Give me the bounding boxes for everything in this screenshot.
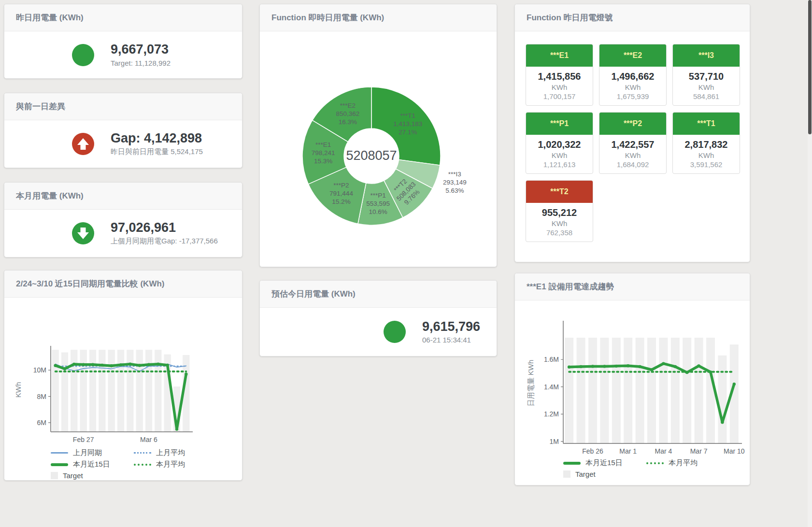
comparison-line-bar-chart[interactable]: 6M8M10MFeb 27Mar 6KWh <box>8 321 240 445</box>
card-month-usage: 本月用電量 (KWh) 97,026,961 上個月同期用電Gap: -17,3… <box>4 182 242 257</box>
target-bar <box>89 350 96 432</box>
legend-item[interactable]: 本月近15日 <box>563 458 646 468</box>
down-arrow-icon <box>72 222 94 244</box>
light-tile: ***P1 1,020,322 KWh 1,121,613 <box>526 112 593 174</box>
tile-value: 1,496,662 <box>601 71 664 82</box>
svg-text:Mar 7: Mar 7 <box>690 447 708 455</box>
legend-item[interactable]: 上月平均 <box>134 448 217 457</box>
tile-target: 1,121,613 <box>528 160 591 169</box>
target-bar <box>565 338 573 443</box>
tile-label: ***P1 <box>526 113 593 135</box>
card-title: ***E1 設備用電達成趨勢 <box>515 273 750 300</box>
target-bar <box>117 350 124 432</box>
tile-target: 762,358 <box>528 228 591 237</box>
target-bar <box>695 338 703 443</box>
svg-text:***I3: ***I3 <box>448 171 461 178</box>
card-realtime-donut: Function 即時日用電量 (KWh) ***T11,413,18327.1… <box>259 4 497 267</box>
legend-item[interactable]: 上月同期 <box>51 448 134 457</box>
tile-target: 1,675,939 <box>601 92 664 100</box>
card-title: 2/24~3/10 近15日同期用電量比較 (KWh) <box>4 271 242 298</box>
target-bar <box>136 350 143 432</box>
svg-text:***P2: ***P2 <box>333 182 349 189</box>
svg-text:Mar 4: Mar 4 <box>655 447 672 455</box>
svg-text:Feb 26: Feb 26 <box>582 447 603 455</box>
target-bar <box>600 338 609 443</box>
svg-text:791,444: 791,444 <box>329 190 353 197</box>
green-line-swatch <box>51 463 68 466</box>
tile-label: ***T1 <box>673 113 740 135</box>
status-circle-icon <box>72 44 94 66</box>
tile-unit: KWh <box>528 83 591 91</box>
svg-text:6M: 6M <box>37 419 46 427</box>
target-bar <box>624 338 632 443</box>
card-title: 本月用電量 (KWh) <box>4 183 242 210</box>
svg-text:293,149: 293,149 <box>443 179 467 186</box>
svg-text:27.1%: 27.1% <box>399 128 417 136</box>
kpi-value: 9,615,796 <box>422 320 480 334</box>
tile-label: ***I3 <box>673 44 740 67</box>
tile-target: 3,591,562 <box>675 160 738 169</box>
target-bar <box>683 338 691 443</box>
target-bar <box>99 350 105 432</box>
tile-unit: KWh <box>675 151 738 159</box>
tile-target: 1,700,157 <box>528 92 591 100</box>
tile-label: ***P2 <box>599 113 666 135</box>
legend-item[interactable]: Target <box>563 470 646 478</box>
tile-unit: KWh <box>675 83 738 91</box>
vertical-scrollbar[interactable] <box>808 0 812 527</box>
kpi-subtitle: 昨日與前日用電量 5,524,175 <box>111 147 203 157</box>
light-tile: ***I3 537,710 KWh 584,861 <box>672 44 740 106</box>
tile-value: 537,710 <box>675 71 738 82</box>
target-bar <box>612 338 621 443</box>
kpi-value: Gap: 4,142,898 <box>111 131 203 146</box>
svg-text:10M: 10M <box>33 366 46 374</box>
card-yesterday-usage: 昨日用電量 (KWh) 9,667,073 Target: 11,128,992 <box>4 4 242 79</box>
chart-legend: 上月同期 上月平均 本月近15日 本月平均 Target <box>51 448 242 480</box>
scrollbar-thumb[interactable] <box>808 0 812 134</box>
y-axis-label: 日用電量 KWh <box>527 360 535 407</box>
svg-text:1.4M: 1.4M <box>544 383 559 391</box>
card-estimated-today: 預估今日用電量 (KWh) 9,615,796 06-21 15:34:41 <box>259 280 497 356</box>
y-axis-label: KWh <box>14 382 22 398</box>
light-tile: ***E2 1,496,662 KWh 1,675,939 <box>599 44 667 106</box>
tile-value: 955,212 <box>528 207 591 218</box>
svg-text:16.3%: 16.3% <box>339 118 357 126</box>
legend-item[interactable]: 本月平均 <box>646 458 729 468</box>
tile-target: 584,861 <box>675 92 738 100</box>
target-bar <box>636 338 644 443</box>
green-dotted-swatch <box>134 464 151 466</box>
target-bar <box>659 338 668 443</box>
svg-text:Mar 1: Mar 1 <box>619 447 637 455</box>
kpi-subtitle: 06-21 15:34:41 <box>422 336 480 344</box>
tile-unit: KWh <box>601 151 664 159</box>
svg-text:850,362: 850,362 <box>336 110 360 117</box>
legend-item[interactable]: Target <box>51 471 134 480</box>
target-box-swatch <box>51 472 58 479</box>
light-tile: ***T2 955,212 KWh 762,358 <box>526 180 593 242</box>
svg-text:Feb 27: Feb 27 <box>73 436 94 443</box>
chart-legend: 本月近15日 本月平均 Target <box>563 458 750 478</box>
svg-text:Mar 6: Mar 6 <box>140 436 157 443</box>
svg-text:Mar 10: Mar 10 <box>724 447 745 455</box>
tile-unit: KWh <box>601 83 664 91</box>
legend-item[interactable]: 本月近15日 <box>51 460 134 469</box>
legend-item[interactable]: 本月平均 <box>134 460 217 469</box>
svg-text:1.2M: 1.2M <box>544 410 559 418</box>
card-yesterday-status-lights: Function 昨日用電燈號 ***E1 1,415,856 KWh 1,70… <box>514 4 750 262</box>
up-arrow-icon <box>72 133 94 155</box>
svg-text:1,413,183: 1,413,183 <box>393 120 422 128</box>
target-bar <box>671 338 680 443</box>
tile-value: 2,817,832 <box>675 139 738 150</box>
light-tile: ***P2 1,422,557 KWh 1,684,092 <box>599 112 667 174</box>
tile-value: 1,422,557 <box>601 139 664 150</box>
svg-text:***P1: ***P1 <box>370 192 385 199</box>
kpi-subtitle: 上個月同期用電Gap: -17,377,566 <box>111 237 218 246</box>
donut-center-total: 5208057 <box>323 148 420 163</box>
e1-trend-line-bar-chart[interactable]: 1M1.2M1.4M1.6MFeb 26Mar 1Mar 4Mar 7Mar 1… <box>519 319 748 456</box>
status-circle-icon <box>384 321 406 343</box>
card-title: 昨日用電量 (KWh) <box>4 4 242 31</box>
svg-text:***E1: ***E1 <box>315 141 331 148</box>
green-line-swatch <box>563 462 581 465</box>
tile-label: ***E2 <box>599 44 666 67</box>
svg-text:15.2%: 15.2% <box>332 198 350 205</box>
